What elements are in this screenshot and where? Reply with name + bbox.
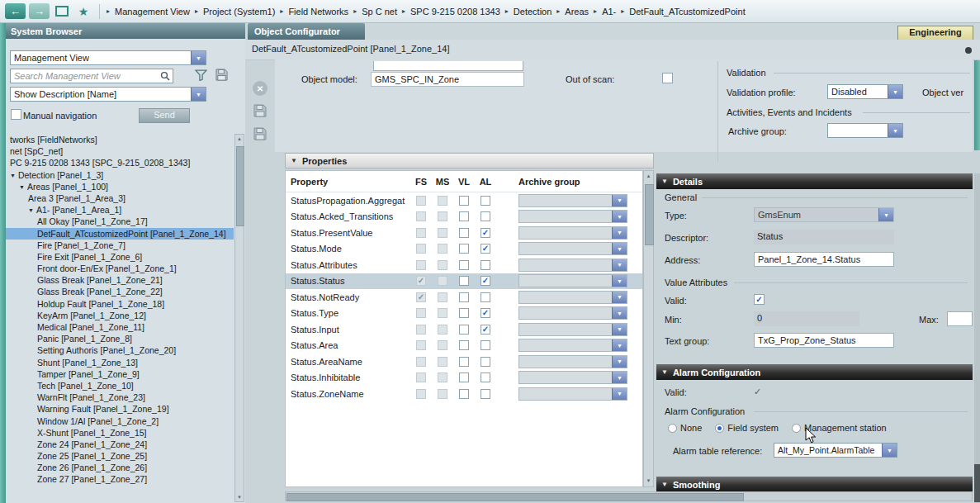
- radio-icon[interactable]: [668, 424, 677, 433]
- property-row[interactable]: StatusPropagation.Aggregat: [286, 192, 642, 209]
- al-checkbox[interactable]: [481, 211, 490, 221]
- al-checkbox[interactable]: [481, 340, 490, 350]
- tree-item[interactable]: Zone 25 [Panel_1_Zone_25]: [6, 450, 234, 462]
- ms-checkbox[interactable]: [438, 211, 447, 221]
- fs-checkbox[interactable]: [416, 373, 426, 382]
- property-row[interactable]: Status.Inhibitable: [286, 370, 642, 387]
- archive-group-dropdown[interactable]: [518, 387, 627, 401]
- fs-checkbox[interactable]: [416, 260, 426, 270]
- back-button[interactable]: ←: [5, 3, 26, 19]
- vertical-scrollbar[interactable]: [974, 173, 980, 503]
- valid-checkbox[interactable]: [754, 294, 765, 305]
- clipped-field[interactable]: [373, 61, 523, 71]
- col-archive-group[interactable]: Archive group: [518, 177, 580, 187]
- tree-item[interactable]: Area 3 [Panel_1_Area_3]: [6, 192, 234, 204]
- text-group-field[interactable]: TxG_Prop_Zone_Status: [754, 333, 894, 348]
- tree-item[interactable]: Zone 27 [Panel_1_Zone_27]: [6, 473, 234, 485]
- tree-item[interactable]: Zone 26 [Panel_1_Zone_26]: [6, 462, 234, 473]
- fs-checkbox[interactable]: [416, 308, 426, 318]
- breadcrumb-item[interactable]: Management View: [115, 7, 190, 17]
- col-ms[interactable]: MS: [432, 177, 453, 187]
- al-checkbox[interactable]: [481, 260, 490, 270]
- chevron-down-icon[interactable]: [888, 124, 902, 137]
- chevron-down-icon[interactable]: [612, 243, 627, 254]
- horizontal-scrollbar-thumb[interactable]: [286, 493, 744, 501]
- tree-item[interactable]: DetFault_ATcustomizedPoint [Panel_1_Zone…: [6, 228, 234, 240]
- tree-item[interactable]: Warning Fault [Panel_1_Zone_19]: [6, 403, 234, 415]
- chevron-down-icon[interactable]: [191, 51, 206, 64]
- radio-field-system[interactable]: Field system: [715, 423, 779, 433]
- tree-item[interactable]: Fire Exit [Panel_1_Zone_6]: [6, 251, 234, 263]
- scroll-down-icon[interactable]: ▼: [644, 477, 653, 486]
- save-button[interactable]: [253, 104, 267, 119]
- fs-checkbox[interactable]: [416, 357, 426, 367]
- vl-checkbox[interactable]: [459, 211, 469, 221]
- property-row[interactable]: Status.NotReady: [286, 289, 642, 306]
- validation-profile-dropdown[interactable]: Disabled: [827, 84, 903, 99]
- smoothing-section-header[interactable]: Smoothing: [656, 477, 973, 492]
- scroll-up-icon[interactable]: ▲: [235, 135, 244, 143]
- fs-checkbox[interactable]: [416, 389, 426, 399]
- fs-checkbox[interactable]: [416, 276, 426, 286]
- alarm-configuration-section-header[interactable]: Alarm Configuration: [656, 364, 973, 380]
- tree-item[interactable]: net [SpC_net]: [6, 145, 234, 157]
- breadcrumb-item[interactable]: A1-: [602, 7, 616, 17]
- out-of-scan-checkbox[interactable]: [662, 73, 673, 83]
- tree-item[interactable]: Panic [Panel_1_Zone_8]: [6, 333, 234, 344]
- fs-checkbox[interactable]: [416, 292, 426, 302]
- archive-group-dropdown[interactable]: [518, 339, 627, 352]
- archive-group-dropdown[interactable]: [518, 226, 627, 240]
- vl-checkbox[interactable]: [459, 244, 469, 254]
- pin-icon[interactable]: [965, 47, 972, 54]
- fs-checkbox[interactable]: [416, 196, 426, 206]
- archive-group-dropdown[interactable]: [518, 210, 627, 223]
- ms-checkbox[interactable]: [438, 340, 447, 350]
- send-button[interactable]: Send: [139, 108, 190, 123]
- archive-group-dropdown[interactable]: [518, 306, 627, 320]
- fs-checkbox[interactable]: [416, 340, 426, 350]
- chevron-down-icon[interactable]: [191, 88, 206, 101]
- vertical-scrollbar-thumb[interactable]: [974, 464, 980, 502]
- scroll-up-icon[interactable]: ▲: [644, 172, 653, 181]
- chevron-down-icon[interactable]: [612, 259, 627, 271]
- properties-scrollbar-thumb[interactable]: [645, 184, 654, 245]
- discard-button[interactable]: ✕: [253, 81, 267, 96]
- search-icon[interactable]: [158, 71, 173, 81]
- property-row[interactable]: Status.AreaName: [286, 354, 642, 370]
- breadcrumb-item[interactable]: Field Networks: [288, 7, 348, 17]
- view-selector[interactable]: Management View: [10, 50, 206, 65]
- vl-checkbox[interactable]: [459, 308, 469, 318]
- ms-checkbox[interactable]: [438, 244, 447, 254]
- tree-item[interactable]: Fire [Panel_1_Zone_7]: [6, 240, 234, 251]
- chevron-down-icon[interactable]: [882, 444, 897, 457]
- chevron-down-icon[interactable]: [612, 227, 627, 239]
- archive-group-dropdown[interactable]: [518, 323, 627, 336]
- property-row[interactable]: Status.ZoneName: [286, 386, 642, 402]
- vl-checkbox[interactable]: [459, 292, 469, 302]
- archive-group-dropdown[interactable]: [518, 355, 627, 368]
- ms-checkbox[interactable]: [438, 357, 447, 367]
- al-checkbox[interactable]: [481, 389, 490, 399]
- filter-icon[interactable]: [195, 69, 207, 81]
- al-checkbox[interactable]: [481, 325, 490, 335]
- system-browser-header[interactable]: System Browser: [6, 23, 245, 39]
- vl-checkbox[interactable]: [459, 196, 469, 206]
- breadcrumb-item[interactable]: DetFault_ATcustomizedPoint: [629, 7, 745, 17]
- alarm-table-reference-dropdown[interactable]: Alt_My_Point.AlarmTable: [774, 443, 897, 458]
- tree-scrollbar-thumb[interactable]: [236, 146, 244, 226]
- vl-checkbox[interactable]: [459, 373, 469, 382]
- properties-scrollbar[interactable]: ▲ ▼: [643, 170, 654, 487]
- save-search-icon[interactable]: [215, 69, 228, 81]
- tree-item[interactable]: All Okay [Panel_1_Zone_17]: [6, 216, 234, 227]
- max-field[interactable]: [947, 311, 973, 326]
- breadcrumb-item[interactable]: SPC 9-215 0208 1343: [410, 7, 500, 17]
- radio-icon[interactable]: [792, 424, 801, 433]
- ms-checkbox[interactable]: [438, 325, 447, 335]
- tree-item[interactable]: Tamper [Panel_1_Zone_9]: [6, 368, 234, 380]
- search-input[interactable]: Search Management View: [10, 69, 173, 83]
- tree-item[interactable]: Tech [Panel_1_Zone_10]: [6, 380, 234, 391]
- chevron-down-icon[interactable]: [612, 388, 627, 400]
- archive-group-dropdown[interactable]: [518, 194, 627, 207]
- chevron-down-icon[interactable]: [612, 211, 627, 222]
- description-selector[interactable]: Show Description [Name]: [10, 87, 206, 102]
